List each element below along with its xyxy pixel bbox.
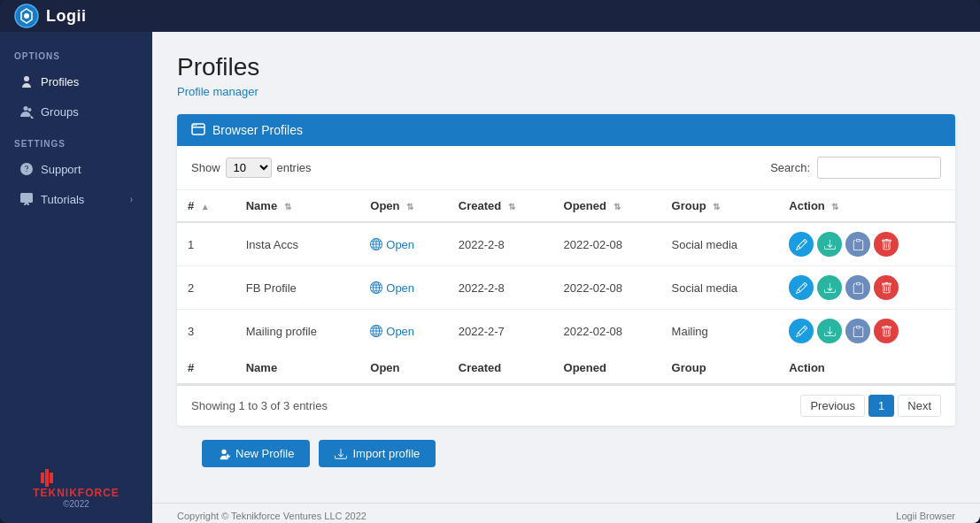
pagination: Previous 1 Next [800, 395, 941, 417]
table-header-title: Browser Profiles [212, 123, 303, 137]
svg-point-7 [193, 125, 195, 127]
open-link[interactable]: Open [370, 238, 437, 251]
cell-name: Mailing profile [235, 310, 360, 353]
sidebar-tutorials-label: Tutorials [41, 193, 84, 206]
delete-button[interactable] [874, 275, 899, 300]
delete-icon [881, 326, 892, 337]
cell-num: 1 [177, 222, 235, 266]
cell-action [778, 266, 955, 310]
copy-icon [853, 239, 864, 250]
svg-rect-3 [45, 469, 49, 487]
footer-bar: Copyright © Teknikforce Ventures LLC 202… [152, 503, 980, 523]
sidebar-item-tutorials[interactable]: Tutorials › [5, 185, 147, 213]
sidebar-groups-label: Groups [41, 105, 79, 119]
sidebar-item-groups[interactable]: Groups [5, 97, 147, 126]
sort-icon-num: ▲ [201, 202, 210, 212]
entries-select[interactable]: 10 25 50 100 [226, 158, 272, 178]
edit-icon [796, 239, 807, 250]
table-row: 1 Insta Accs Open 2022-2-8 2022-02-08 So… [177, 222, 955, 266]
support-icon [19, 162, 34, 176]
brand-name: TEKNIKFORCE [33, 487, 120, 499]
globe-icon [370, 281, 382, 294]
breadcrumb[interactable]: Profile manager [177, 85, 955, 98]
next-page-button[interactable]: Next [898, 395, 941, 417]
user-plus-icon [218, 448, 230, 460]
cell-group: Mailing [661, 310, 779, 353]
delete-icon [881, 282, 892, 294]
sidebar-item-profiles[interactable]: Profiles [5, 67, 147, 96]
foot-col-opened: Opened [553, 352, 661, 384]
action-buttons [789, 232, 945, 257]
foot-col-name: Name [235, 352, 360, 384]
col-group[interactable]: Group ⇅ [661, 190, 779, 222]
copy-icon [853, 326, 864, 337]
cell-group: Social media [661, 222, 779, 266]
browser-profiles-icon [191, 123, 205, 137]
bottom-actions: New Profile Import profile [177, 426, 955, 481]
cell-open: Open [359, 266, 448, 310]
cell-num: 3 [177, 310, 235, 353]
copy-button[interactable] [845, 275, 870, 300]
table-footer-row: # Name Open Created Opened Group Action [177, 352, 955, 384]
delete-button[interactable] [874, 232, 899, 257]
download-icon [824, 239, 836, 250]
sidebar-item-support[interactable]: Support [5, 155, 147, 183]
open-link[interactable]: Open [370, 325, 437, 338]
download-button[interactable] [817, 275, 842, 300]
download-icon [824, 326, 836, 337]
table-card: Browser Profiles Show 10 25 50 100 entri… [177, 114, 955, 426]
import-profile-button[interactable]: Import profile [319, 440, 436, 467]
col-action[interactable]: Action ⇅ [778, 190, 955, 222]
download-button[interactable] [817, 319, 842, 343]
col-opened[interactable]: Opened ⇅ [553, 190, 661, 222]
sidebar-support-label: Support [41, 163, 81, 176]
action-buttons [789, 319, 945, 343]
page-title: Profiles [177, 53, 955, 81]
sort-icon-created: ⇅ [508, 202, 515, 212]
new-profile-button[interactable]: New Profile [202, 440, 310, 467]
foot-col-created: Created [448, 352, 553, 384]
entries-label: entries [277, 161, 312, 174]
edit-button[interactable] [789, 232, 814, 257]
cell-action [778, 310, 955, 353]
sidebar-profiles-label: Profiles [41, 75, 79, 88]
table-header-row: # ▲ Name ⇅ Open ⇅ Created ⇅ Opened ⇅ Gro… [177, 190, 955, 222]
search-input[interactable] [817, 157, 941, 179]
app-title: Logii [46, 7, 87, 26]
profiles-table: # ▲ Name ⇅ Open ⇅ Created ⇅ Opened ⇅ Gro… [177, 190, 955, 385]
logii-logo-icon [14, 4, 39, 28]
table-row: 3 Mailing profile Open 2022-2-7 2022-02-… [177, 310, 955, 353]
cell-opened: 2022-02-08 [553, 222, 661, 266]
col-open[interactable]: Open ⇅ [359, 190, 448, 222]
foot-col-open: Open [359, 352, 448, 384]
table-pagination-footer: Showing 1 to 3 of 3 entries Previous 1 N… [177, 385, 955, 426]
delete-button[interactable] [874, 319, 899, 343]
col-num: # ▲ [177, 190, 235, 222]
cell-opened: 2022-02-08 [553, 310, 661, 353]
settings-section-label: SETTINGS [0, 127, 152, 154]
table-controls: Show 10 25 50 100 entries Search: [177, 146, 955, 190]
copy-button[interactable] [845, 319, 870, 343]
col-name[interactable]: Name ⇅ [235, 190, 360, 222]
prev-page-button[interactable]: Previous [800, 395, 865, 417]
sidebar-footer: TEKNIKFORCE ©2022 [0, 455, 152, 523]
edit-button[interactable] [789, 319, 814, 343]
col-created[interactable]: Created ⇅ [448, 190, 553, 222]
open-link[interactable]: Open [370, 281, 437, 295]
teknikforce-logo-icon [41, 469, 112, 487]
edit-button[interactable] [789, 275, 814, 300]
svg-point-1 [24, 13, 29, 19]
cell-created: 2022-2-7 [448, 310, 553, 353]
sort-icon-action: ⇅ [831, 202, 838, 212]
sort-icon-group: ⇅ [713, 202, 720, 212]
copy-button[interactable] [845, 232, 870, 257]
foot-col-group: Group [661, 352, 779, 384]
svg-rect-2 [41, 473, 44, 483]
globe-icon [370, 238, 382, 250]
teknikforce-logo: TEKNIKFORCE ©2022 [33, 469, 120, 509]
delete-icon [881, 239, 892, 250]
svg-rect-6 [192, 127, 204, 128]
current-page-button[interactable]: 1 [868, 395, 894, 417]
sidebar: OPTIONS Profiles Groups SETTINGS Support [0, 32, 152, 523]
download-button[interactable] [817, 232, 842, 257]
